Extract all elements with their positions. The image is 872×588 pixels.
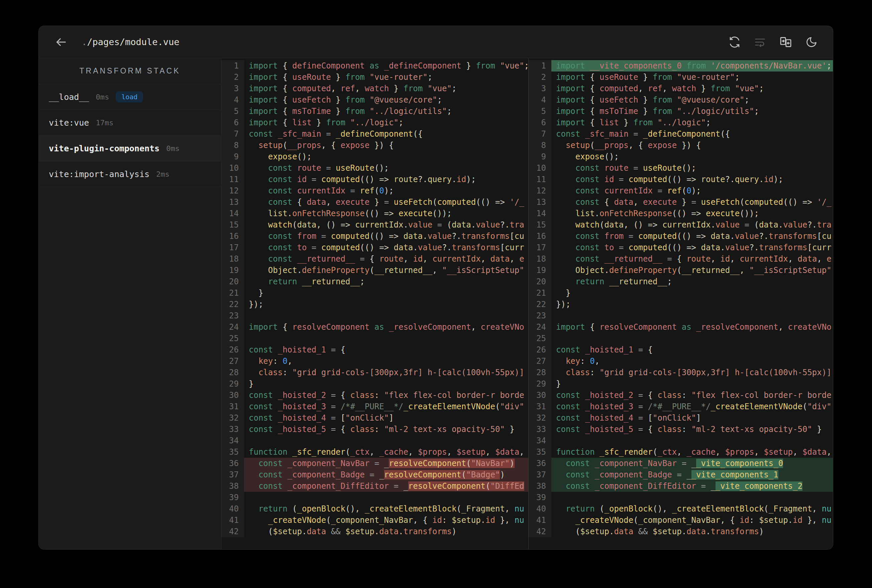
line-number: 10 <box>221 162 244 174</box>
code-line: 26const _hoisted_1 = { <box>221 344 528 356</box>
code-line: 36 const _component_NavBar = _resolveCom… <box>221 458 528 469</box>
code-line: 13 const { data, execute } = useFetch(co… <box>529 196 833 208</box>
code-text: const _sfc_main = _defineComponent({ <box>551 128 833 140</box>
code-text: Object.defineProperty(__returned__, "__i… <box>551 265 833 276</box>
line-number: 4 <box>221 94 244 106</box>
code-text: import { list } from "../logic"; <box>244 117 528 128</box>
code-text <box>244 333 528 344</box>
line-number: 27 <box>221 356 244 367</box>
sidebar-header: TRANSFORM STACK <box>39 58 221 84</box>
line-number: 5 <box>529 106 551 117</box>
code-text: const { data, execute } = useFetch(compu… <box>244 196 528 208</box>
code-text: const currentIdx = ref(0); <box>551 185 833 196</box>
line-number: 12 <box>221 185 244 196</box>
code-line: 34 <box>529 435 833 446</box>
file-path-prefix: . <box>81 37 87 47</box>
line-number: 36 <box>221 458 244 469</box>
code-line: 7const _sfc_main = _defineComponent({ <box>221 128 528 140</box>
code-text: const from = computed(() => data.value?.… <box>551 231 833 242</box>
code-text: const id = computed(() => route?.query.i… <box>551 174 833 185</box>
code-line: 20 return __returned__; <box>529 276 833 287</box>
code-text: watch(data, () => currentIdx.value = (da… <box>244 219 528 231</box>
line-number: 28 <box>221 367 244 378</box>
code-line: 7const _sfc_main = _defineComponent({ <box>529 128 833 140</box>
code-text: return __returned__; <box>551 276 833 287</box>
line-number: 37 <box>529 469 551 480</box>
line-number: 20 <box>221 276 244 287</box>
code-line: 6import { list } from "../logic"; <box>221 117 528 128</box>
code-panel-before[interactable]: 1import { defineComponent as _defineComp… <box>221 58 528 549</box>
back-button[interactable] <box>54 35 68 49</box>
code-line: 20 return __returned__; <box>221 276 528 287</box>
code-line: 40 return (_openBlock(), _createElementB… <box>529 503 833 514</box>
line-number: 22 <box>221 298 244 310</box>
code-line: 3import { computed, ref, watch } from "v… <box>529 83 833 94</box>
line-number: 8 <box>221 140 244 151</box>
line-number: 17 <box>221 242 244 253</box>
code-text: ($setup.data && $setup.data.transforms) <box>244 526 528 537</box>
code-line: 31const _hoisted_3 = /*#__PURE__*/_creat… <box>529 401 833 412</box>
file-path-text: /pages/module.vue <box>87 37 179 47</box>
code-text <box>244 310 528 321</box>
line-number: 34 <box>529 435 551 446</box>
sidebar-item--load-[interactable]: __load__0msload <box>39 84 221 110</box>
plugin-time: 0ms <box>96 93 109 101</box>
code-line: 15 watch(data, () => currentIdx.value = … <box>529 219 833 231</box>
code-text: setup(__props, { expose }) { <box>244 140 528 151</box>
code-line: 19 Object.defineProperty(__returned__, "… <box>221 265 528 276</box>
code-line: 23 <box>221 310 528 321</box>
toolbar-actions <box>729 36 818 48</box>
code-text: const _component_DiffEditor = _resolveCo… <box>244 480 528 492</box>
code-text: } <box>551 287 833 298</box>
line-number: 25 <box>529 333 551 344</box>
code-text: import { msToTime } from "../logic/utils… <box>551 106 833 117</box>
line-number: 32 <box>221 412 244 424</box>
code-panel-after[interactable]: 1import __vite_components_0 from '/compo… <box>528 58 833 549</box>
code-line: 32const _hoisted_4 = ["onClick"] <box>529 412 833 424</box>
code-line: 17 const to = computed(() => data.value?… <box>529 242 833 253</box>
line-number: 8 <box>529 140 551 151</box>
sidebar-item-vite-plugin-components[interactable]: vite-plugin-components0ms <box>39 136 221 161</box>
sidebar-item-vite-import-analysis[interactable]: vite:import-analysis2ms <box>39 161 221 187</box>
code-line: 10 const route = useRoute(); <box>529 162 833 174</box>
transform-stack-sidebar: TRANSFORM STACK __load__0msloadvite:vue1… <box>39 58 221 549</box>
line-number: 40 <box>221 503 244 514</box>
code-line: 10 const route = useRoute(); <box>221 162 528 174</box>
load-badge: load <box>116 91 143 103</box>
diff-view-button[interactable] <box>779 36 792 48</box>
code-line: 11 const id = computed(() => route?.quer… <box>529 174 833 185</box>
line-number: 33 <box>221 424 244 435</box>
code-line: 17 const to = computed(() => data.value?… <box>221 242 528 253</box>
code-text: const _component_NavBar = __vite_compone… <box>551 458 833 469</box>
code-text: const from = computed(() => data.value?.… <box>244 231 528 242</box>
line-number: 9 <box>529 151 551 162</box>
code-line: 9 expose(); <box>529 151 833 162</box>
line-number: 20 <box>529 276 551 287</box>
code-line: 9 expose(); <box>221 151 528 162</box>
code-line: 12 const currentIdx = ref(0); <box>529 185 833 196</box>
code-line: 41 _createVNode(_component_NavBar, { id:… <box>529 514 833 526</box>
code-text <box>551 310 833 321</box>
code-line: 35function _sfc_render(_ctx, _cache, $pr… <box>221 446 528 458</box>
line-number: 6 <box>221 117 244 128</box>
code-line: 35function _sfc_render(_ctx, _cache, $pr… <box>529 446 833 458</box>
code-text: }); <box>551 298 833 310</box>
theme-toggle-button[interactable] <box>806 36 818 48</box>
sidebar-item-vite-vue[interactable]: vite:vue17ms <box>39 110 221 136</box>
line-number: 28 <box>529 367 551 378</box>
line-wrap-button[interactable] <box>754 36 766 48</box>
line-number: 22 <box>529 298 551 310</box>
code-text: const _hoisted_2 = { class: "flex flex-c… <box>551 390 833 401</box>
code-line: 2import { useRoute } from "vue-router"; <box>221 72 528 83</box>
code-line: 42 ($setup.data && $setup.data.transform… <box>221 526 528 537</box>
code-text: const _hoisted_1 = { <box>551 344 833 356</box>
code-line: 4import { useFetch } from "@vueuse/core"… <box>221 94 528 106</box>
line-number: 33 <box>529 424 551 435</box>
code-text: import { computed, ref, watch } from "vu… <box>244 83 528 94</box>
line-number: 4 <box>529 94 551 106</box>
line-number: 41 <box>221 514 244 526</box>
line-number: 41 <box>529 514 551 526</box>
code-line: 24import { resolveComponent as _resolveC… <box>221 321 528 333</box>
code-text: const _component_Badge = _resolveCompone… <box>244 469 528 480</box>
refresh-button[interactable] <box>729 36 741 48</box>
